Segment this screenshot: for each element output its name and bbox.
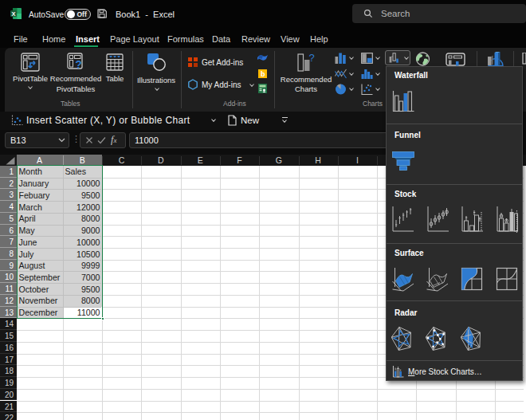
svg-text:X: X: [11, 10, 15, 18]
svg-text:?: ?: [308, 53, 314, 64]
svg-text:?: ?: [75, 58, 82, 71]
